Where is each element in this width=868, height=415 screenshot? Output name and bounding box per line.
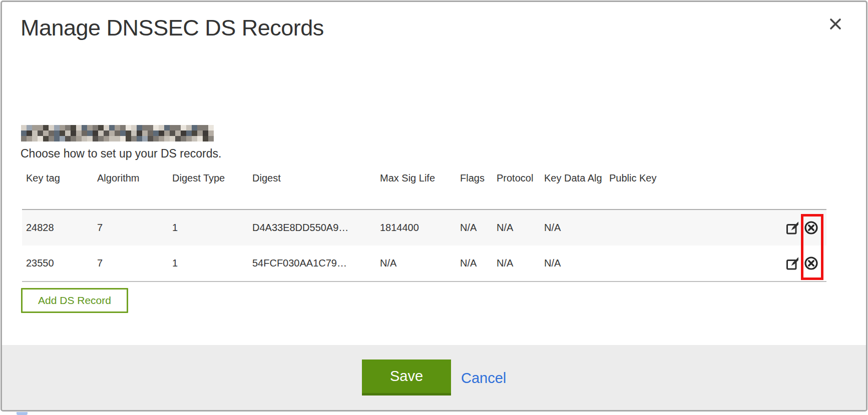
close-icon [828, 25, 842, 32]
cell-digest-type: 1 [168, 210, 248, 246]
cell-protocol: N/A [493, 210, 540, 246]
cell-actions [781, 246, 826, 282]
cell-flags: N/A [456, 210, 493, 246]
ds-records-table-wrap: Key tag Algorithm Digest Type Digest Max… [22, 170, 826, 282]
cell-algorithm: 7 [93, 210, 168, 246]
col-header-algorithm: Algorithm [93, 170, 168, 210]
background-page-fragment [17, 412, 28, 415]
close-button[interactable] [827, 16, 844, 33]
cell-key-tag: 23550 [22, 246, 93, 282]
col-header-max-sig-life: Max Sig Life [376, 170, 456, 210]
delete-record-icon [803, 230, 819, 237]
edit-record-button[interactable] [785, 220, 800, 235]
col-header-digest-type: Digest Type [168, 170, 248, 210]
page-background: Manage DNSSEC DS Records Choose how to s… [0, 0, 868, 415]
edit-record-icon [785, 229, 800, 236]
delete-record-button[interactable] [803, 256, 819, 271]
save-button[interactable]: Save [362, 360, 451, 396]
cell-algorithm: 7 [93, 246, 168, 282]
cell-key-tag: 24828 [22, 210, 93, 246]
col-header-key-data-alg: Key Data Alg [540, 170, 605, 210]
col-header-actions [781, 170, 826, 210]
cell-protocol: N/A [493, 246, 540, 282]
manage-dnssec-modal: Manage DNSSEC DS Records Choose how to s… [1, 0, 867, 412]
edit-record-icon [785, 264, 800, 272]
redacted-domain [21, 125, 214, 142]
cell-key-data-alg: N/A [540, 210, 605, 246]
col-header-protocol: Protocol [493, 170, 540, 210]
cell-max-sig-life: 1814400 [376, 210, 456, 246]
cell-actions [781, 210, 826, 246]
edit-record-button[interactable] [785, 256, 800, 270]
delete-record-button[interactable] [803, 220, 819, 236]
cell-digest: D4A33E8DD550A9… [248, 210, 376, 246]
table-header-row: Key tag Algorithm Digest Type Digest Max… [22, 170, 826, 210]
cell-key-data-alg: N/A [540, 246, 605, 282]
cell-digest-type: 1 [168, 246, 248, 282]
col-header-key-tag: Key tag [22, 170, 93, 210]
cell-flags: N/A [456, 246, 493, 282]
delete-record-icon [803, 265, 819, 272]
modal-footer: Save Cancel [2, 345, 866, 410]
col-header-public-key: Public Key [605, 170, 781, 210]
cell-max-sig-life: N/A [376, 246, 456, 282]
cell-digest: 54FCF030AA1C79… [248, 246, 376, 282]
ds-records-table: Key tag Algorithm Digest Type Digest Max… [22, 170, 826, 282]
cancel-link[interactable]: Cancel [461, 370, 506, 386]
table-row: 23550 7 1 54FCF030AA1C79… N/A N/A N/A N/… [22, 246, 826, 282]
table-row: 24828 7 1 D4A33E8DD550A9… 1814400 N/A N/… [22, 210, 826, 246]
modal-subtitle: Choose how to set up your DS records. [21, 147, 221, 160]
col-header-flags: Flags [456, 170, 493, 210]
add-ds-record-button[interactable]: Add DS Record [21, 288, 128, 313]
cell-public-key [605, 246, 781, 282]
col-header-digest: Digest [248, 170, 376, 210]
cell-public-key [605, 210, 781, 246]
page-title: Manage DNSSEC DS Records [21, 15, 324, 41]
